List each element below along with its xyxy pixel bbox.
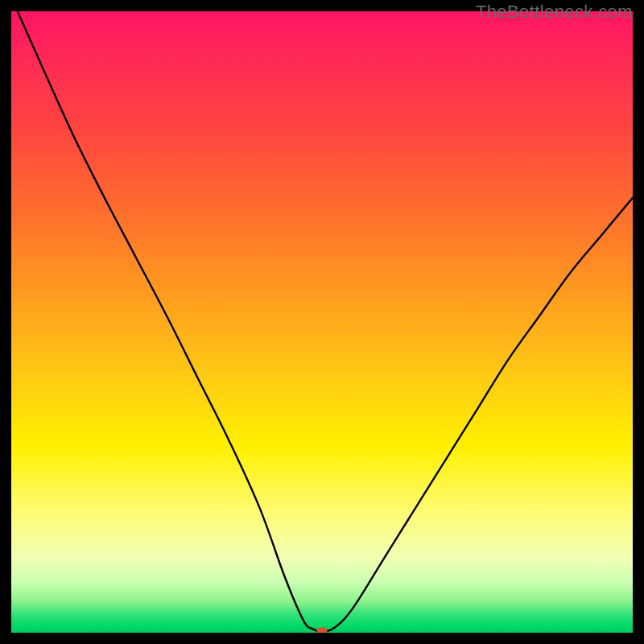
bottleneck-curve — [11, 11, 633, 633]
optimal-point-marker — [317, 628, 328, 633]
chart-stage: TheBottleneck.com — [0, 0, 644, 644]
plot-area — [11, 11, 633, 633]
watermark-text: TheBottleneck.com — [476, 2, 633, 23]
